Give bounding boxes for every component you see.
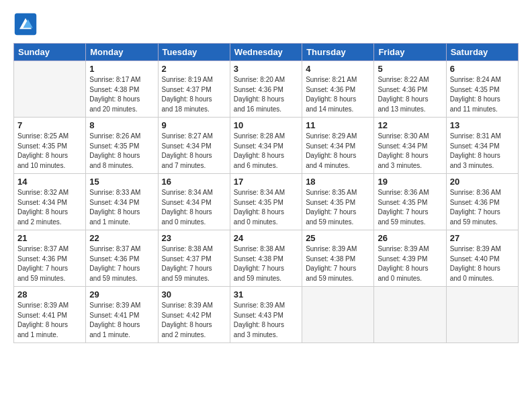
calendar-cell: 18Sunrise: 8:35 AM Sunset: 4:35 PM Dayli… [302, 174, 374, 230]
calendar-cell: 17Sunrise: 8:34 AM Sunset: 4:35 PM Dayli… [230, 174, 302, 230]
calendar-cell: 3Sunrise: 8:20 AM Sunset: 4:36 PM Daylig… [230, 61, 302, 118]
week-row-0: 1Sunrise: 8:17 AM Sunset: 4:38 PM Daylig… [14, 61, 519, 118]
day-number: 10 [234, 120, 298, 130]
calendar-cell: 24Sunrise: 8:38 AM Sunset: 4:38 PM Dayli… [230, 230, 302, 287]
cell-text: Sunrise: 8:32 AM Sunset: 4:34 PM Dayligh… [17, 188, 82, 227]
day-header-wednesday: Wednesday [230, 44, 302, 61]
cell-text: Sunrise: 8:22 AM Sunset: 4:36 PM Dayligh… [378, 75, 442, 114]
day-number: 12 [378, 120, 442, 130]
cell-text: Sunrise: 8:38 AM Sunset: 4:38 PM Dayligh… [234, 244, 298, 283]
calendar-cell: 7Sunrise: 8:25 AM Sunset: 4:35 PM Daylig… [14, 118, 86, 174]
day-header-tuesday: Tuesday [158, 44, 230, 61]
calendar-cell [14, 61, 86, 118]
calendar-cell: 14Sunrise: 8:32 AM Sunset: 4:34 PM Dayli… [14, 174, 86, 230]
cell-text: Sunrise: 8:37 AM Sunset: 4:36 PM Dayligh… [89, 244, 154, 283]
day-header-monday: Monday [86, 44, 158, 61]
cell-text: Sunrise: 8:31 AM Sunset: 4:34 PM Dayligh… [450, 132, 515, 171]
calendar-cell [374, 287, 446, 343]
day-number: 15 [89, 177, 154, 187]
cell-text: Sunrise: 8:30 AM Sunset: 4:34 PM Dayligh… [378, 132, 442, 171]
day-number: 3 [234, 64, 298, 74]
cell-text: Sunrise: 8:19 AM Sunset: 4:37 PM Dayligh… [162, 75, 226, 114]
calendar-header-row: SundayMondayTuesdayWednesdayThursdayFrid… [14, 44, 519, 61]
day-number: 2 [162, 64, 226, 74]
day-number: 11 [306, 120, 370, 130]
calendar-cell: 30Sunrise: 8:39 AM Sunset: 4:42 PM Dayli… [158, 287, 230, 343]
page: SundayMondayTuesdayWednesdayThursdayFrid… [0, 0, 532, 411]
calendar-cell: 28Sunrise: 8:39 AM Sunset: 4:41 PM Dayli… [14, 287, 86, 343]
cell-text: Sunrise: 8:26 AM Sunset: 4:35 PM Dayligh… [89, 132, 154, 171]
calendar-cell: 15Sunrise: 8:33 AM Sunset: 4:34 PM Dayli… [86, 174, 158, 230]
week-row-1: 7Sunrise: 8:25 AM Sunset: 4:35 PM Daylig… [14, 118, 519, 174]
calendar-cell: 8Sunrise: 8:26 AM Sunset: 4:35 PM Daylig… [86, 118, 158, 174]
day-number: 17 [234, 177, 298, 187]
header [13, 12, 519, 36]
day-number: 8 [89, 120, 154, 130]
calendar-cell: 27Sunrise: 8:39 AM Sunset: 4:40 PM Dayli… [446, 230, 518, 287]
day-number: 18 [306, 177, 370, 187]
day-number: 28 [17, 289, 82, 300]
calendar-cell: 26Sunrise: 8:39 AM Sunset: 4:39 PM Dayli… [374, 230, 446, 287]
logo-icon [13, 12, 38, 36]
cell-text: Sunrise: 8:27 AM Sunset: 4:34 PM Dayligh… [162, 132, 226, 171]
cell-text: Sunrise: 8:39 AM Sunset: 4:42 PM Dayligh… [162, 301, 226, 340]
day-number: 9 [162, 120, 226, 130]
day-number: 7 [17, 120, 82, 130]
cell-text: Sunrise: 8:33 AM Sunset: 4:34 PM Dayligh… [89, 188, 154, 227]
calendar-cell: 31Sunrise: 8:39 AM Sunset: 4:43 PM Dayli… [230, 287, 302, 343]
week-row-2: 14Sunrise: 8:32 AM Sunset: 4:34 PM Dayli… [14, 174, 519, 230]
calendar: SundayMondayTuesdayWednesdayThursdayFrid… [13, 43, 519, 343]
calendar-cell: 1Sunrise: 8:17 AM Sunset: 4:38 PM Daylig… [86, 61, 158, 118]
calendar-cell [302, 287, 374, 343]
cell-text: Sunrise: 8:39 AM Sunset: 4:39 PM Dayligh… [378, 244, 442, 283]
cell-text: Sunrise: 8:28 AM Sunset: 4:34 PM Dayligh… [234, 132, 298, 171]
day-number: 29 [89, 289, 154, 300]
day-number: 13 [450, 120, 515, 130]
day-number: 27 [450, 233, 515, 243]
day-header-saturday: Saturday [446, 44, 518, 61]
day-number: 21 [17, 233, 82, 243]
cell-text: Sunrise: 8:21 AM Sunset: 4:36 PM Dayligh… [306, 75, 370, 114]
cell-text: Sunrise: 8:39 AM Sunset: 4:41 PM Dayligh… [17, 301, 82, 340]
cell-text: Sunrise: 8:39 AM Sunset: 4:40 PM Dayligh… [450, 244, 515, 283]
calendar-cell: 25Sunrise: 8:39 AM Sunset: 4:38 PM Dayli… [302, 230, 374, 287]
calendar-cell: 9Sunrise: 8:27 AM Sunset: 4:34 PM Daylig… [158, 118, 230, 174]
calendar-cell: 19Sunrise: 8:36 AM Sunset: 4:35 PM Dayli… [374, 174, 446, 230]
calendar-cell: 2Sunrise: 8:19 AM Sunset: 4:37 PM Daylig… [158, 61, 230, 118]
calendar-cell [446, 287, 518, 343]
cell-text: Sunrise: 8:39 AM Sunset: 4:43 PM Dayligh… [234, 301, 298, 340]
day-number: 23 [162, 233, 226, 243]
cell-text: Sunrise: 8:37 AM Sunset: 4:36 PM Dayligh… [17, 244, 82, 283]
day-header-sunday: Sunday [14, 44, 86, 61]
day-number: 26 [378, 233, 442, 243]
cell-text: Sunrise: 8:34 AM Sunset: 4:35 PM Dayligh… [234, 188, 298, 227]
calendar-cell: 29Sunrise: 8:39 AM Sunset: 4:41 PM Dayli… [86, 287, 158, 343]
calendar-cell: 4Sunrise: 8:21 AM Sunset: 4:36 PM Daylig… [302, 61, 374, 118]
cell-text: Sunrise: 8:24 AM Sunset: 4:35 PM Dayligh… [450, 75, 515, 114]
calendar-cell: 16Sunrise: 8:34 AM Sunset: 4:34 PM Dayli… [158, 174, 230, 230]
day-header-friday: Friday [374, 44, 446, 61]
day-number: 16 [162, 177, 226, 187]
day-header-thursday: Thursday [302, 44, 374, 61]
day-number: 30 [162, 289, 226, 300]
day-number: 24 [234, 233, 298, 243]
calendar-cell: 6Sunrise: 8:24 AM Sunset: 4:35 PM Daylig… [446, 61, 518, 118]
cell-text: Sunrise: 8:39 AM Sunset: 4:41 PM Dayligh… [89, 301, 154, 340]
day-number: 25 [306, 233, 370, 243]
day-number: 1 [89, 64, 154, 74]
logo [13, 12, 40, 36]
calendar-cell: 13Sunrise: 8:31 AM Sunset: 4:34 PM Dayli… [446, 118, 518, 174]
cell-text: Sunrise: 8:20 AM Sunset: 4:36 PM Dayligh… [234, 75, 298, 114]
calendar-cell: 12Sunrise: 8:30 AM Sunset: 4:34 PM Dayli… [374, 118, 446, 174]
cell-text: Sunrise: 8:35 AM Sunset: 4:35 PM Dayligh… [306, 188, 370, 227]
cell-text: Sunrise: 8:25 AM Sunset: 4:35 PM Dayligh… [17, 132, 82, 171]
day-number: 19 [378, 177, 442, 187]
cell-text: Sunrise: 8:36 AM Sunset: 4:35 PM Dayligh… [378, 188, 442, 227]
calendar-cell: 11Sunrise: 8:29 AM Sunset: 4:34 PM Dayli… [302, 118, 374, 174]
cell-text: Sunrise: 8:34 AM Sunset: 4:34 PM Dayligh… [162, 188, 226, 227]
calendar-cell: 20Sunrise: 8:36 AM Sunset: 4:36 PM Dayli… [446, 174, 518, 230]
cell-text: Sunrise: 8:29 AM Sunset: 4:34 PM Dayligh… [306, 132, 370, 171]
day-number: 5 [378, 64, 442, 74]
calendar-cell: 22Sunrise: 8:37 AM Sunset: 4:36 PM Dayli… [86, 230, 158, 287]
week-row-3: 21Sunrise: 8:37 AM Sunset: 4:36 PM Dayli… [14, 230, 519, 287]
